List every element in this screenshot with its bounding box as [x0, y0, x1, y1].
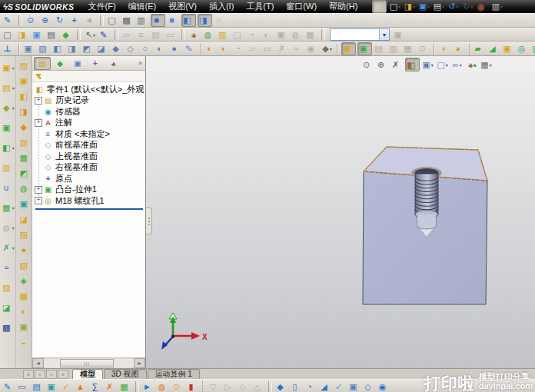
tree-item-right-plane[interactable]: + ◇ 右视基准面 — [32, 162, 145, 174]
expand-icon[interactable]: + — [35, 186, 42, 194]
tabnav-first[interactable]: « — [23, 370, 34, 379]
tree-item-sensors[interactable]: + ◉ 传感器 — [32, 106, 145, 118]
hidden-lines-visible-icon[interactable]: ▩▾ — [121, 15, 135, 26]
toolbar-icon[interactable]: ⊙▾ — [417, 43, 430, 55]
normal-to-icon[interactable]: ✎▾ — [184, 43, 197, 55]
zoom-fit-icon[interactable]: ⊙▾ — [361, 58, 374, 71]
toolbar-icon[interactable]: ▣▾ — [276, 29, 289, 41]
menu-tools[interactable]: 工具(T) — [240, 0, 280, 13]
view-orientation-icon[interactable]: ▣▾ — [421, 58, 434, 71]
feature-icon[interactable]: ◈ — [18, 273, 29, 288]
tree-item-top-plane[interactable]: + ◇ 上视基准面 — [32, 151, 145, 162]
sketch-flyout-icon[interactable]: ▣▾ — [1, 58, 15, 78]
tool-icon[interactable]: ◇▾ — [238, 381, 251, 392]
feature-icon[interactable]: ▣ — [18, 319, 29, 334]
hidden-lines-removed-icon[interactable]: ▥▾ — [136, 15, 149, 26]
curve-icon[interactable]: ∪▾ — [1, 178, 15, 198]
pin-icon[interactable]: ▣▾ — [372, 0, 387, 13]
toolbar-icon[interactable]: ▭▾ — [262, 43, 275, 55]
tab-propertymanager[interactable]: ◆ — [52, 57, 68, 70]
view-front-icon[interactable]: ▣▾ — [23, 43, 36, 55]
tab-3d-views[interactable]: 3D 视图 — [104, 369, 147, 379]
revolve-icon[interactable]: ▣▾ — [1, 118, 15, 138]
tree-item-material[interactable]: + ≡ 材质 <未指定> — [32, 128, 145, 140]
dimension-flyout-icon[interactable]: ▤▾ — [1, 78, 15, 98]
tab-configurationmanager[interactable]: ▣ — [69, 57, 86, 70]
tool-icon[interactable]: ▣▾ — [46, 381, 59, 392]
shaded-with-edges-icon[interactable]: ■▾ — [151, 14, 165, 27]
view-isometric-icon[interactable]: ◆▾ — [111, 43, 124, 55]
panel-splitter-handle[interactable] — [146, 208, 152, 234]
toolbar-icon[interactable]: ✗▾ — [277, 43, 290, 55]
revolved-boss-icon[interactable]: ◢▾ — [487, 43, 500, 55]
chevron-down-icon[interactable]: ▼ — [379, 29, 389, 40]
toolbar-icon[interactable]: ◔▾ — [247, 29, 260, 41]
tree-item-part[interactable]: + ◧ 零件1 (默认<<默认>_外观 显 — [32, 84, 145, 95]
tree-item-history[interactable]: + ▤ 历史记录 — [32, 95, 145, 107]
tab-displaymanager[interactable]: ◕ — [105, 57, 121, 70]
isolate-icon[interactable]: ▣▾ — [341, 42, 356, 55]
tool-icon[interactable]: ▦▾ — [119, 381, 132, 392]
tabs-overflow-icon[interactable]: » — [138, 59, 144, 67]
tab-dimxpertmanager[interactable]: + — [87, 57, 104, 70]
view-sphere-icon[interactable]: ●▾ — [169, 43, 182, 55]
hole-wizard-icon[interactable]: ◎▾ — [517, 43, 530, 55]
equations-icon[interactable]: ∑▾ — [90, 381, 103, 392]
toolbar-icon[interactable]: ≈▾ — [291, 43, 304, 55]
shadows-in-shaded-icon[interactable]: ◧▾ — [181, 14, 196, 27]
scrollbar-track[interactable]: ||| — [44, 359, 134, 367]
configuration-combobox[interactable]: ▼ — [330, 28, 390, 41]
view-back-icon[interactable]: ▧▾ — [38, 43, 51, 55]
feature-icon[interactable]: ▣ — [18, 73, 29, 88]
tab-featuremanager[interactable]: ▤ — [34, 57, 51, 70]
tool-icon[interactable]: ▣▾ — [348, 381, 361, 392]
toolbar-icon[interactable]: ◐▾ — [261, 29, 274, 41]
tree-horizontal-scrollbar[interactable]: ◄ ||| ► — [32, 357, 145, 368]
toolbar-icon[interactable]: ▣▾ — [393, 29, 406, 41]
reference-plane-icon[interactable]: ▩▾ — [1, 317, 15, 337]
rebuild-icon[interactable]: ◉▾ — [476, 1, 489, 12]
feature-icon[interactable]: ◩ — [18, 165, 29, 181]
view-sphere-icon[interactable]: ◐▾ — [155, 43, 168, 55]
publish-edrawings-icon[interactable]: ◆▾ — [61, 29, 74, 41]
menu-file[interactable]: 文件(F) — [82, 0, 122, 13]
tabnav-prev[interactable]: ‹ — [35, 370, 45, 379]
feature-icon[interactable]: ◆ — [18, 119, 29, 135]
tool-icon[interactable]: ▯▾ — [290, 381, 303, 392]
redo-icon[interactable]: ↻▾ — [461, 1, 474, 12]
tool-icon[interactable]: ◆▾ — [275, 381, 288, 392]
tool-icon[interactable]: ✓▾ — [61, 381, 74, 392]
tree-item-front-plane[interactable]: + ◇ 前视基准面 — [32, 140, 145, 151]
zoom-fit-icon[interactable]: ⊙▾ — [25, 15, 38, 26]
tool-icon[interactable]: ▮▾ — [186, 381, 199, 392]
sweep-flyout-icon[interactable]: ◧▾ — [1, 138, 15, 158]
hide-show-items-icon[interactable]: ∞▾ — [450, 58, 464, 71]
extrude-flyout-icon[interactable]: ◆▾ — [1, 98, 15, 118]
mate-icon[interactable]: ◖▾ — [204, 43, 217, 55]
tool-icon[interactable]: ⊙▾ — [171, 381, 184, 392]
edit-appearance-icon[interactable]: ◕▾ — [188, 29, 201, 41]
tool-icon[interactable]: ▭▾ — [17, 381, 30, 392]
toolbar-icon[interactable]: ▱▾ — [248, 43, 261, 55]
menu-help[interactable]: 帮助(H) — [323, 0, 364, 13]
pan-icon[interactable]: +▾ — [69, 15, 82, 26]
tree-item-boss-extrude1[interactable]: + ▣ 凸台-拉伸1 — [32, 184, 145, 196]
spline-icon[interactable]: ≈▾ — [1, 257, 15, 277]
revolved-cut-icon[interactable]: ▥▾ — [531, 43, 535, 55]
save-icon[interactable]: ▣▾ — [32, 29, 45, 41]
reference-triad-icon[interactable]: ⊥▾ — [2, 43, 15, 55]
view-right-icon[interactable]: ◨▾ — [67, 43, 80, 55]
tree-item-annotations[interactable]: + A 注解 — [32, 118, 145, 129]
toolbar-icon[interactable]: ▭▾ — [165, 29, 178, 41]
view-left-icon[interactable]: ◧▾ — [52, 43, 65, 55]
tool-icon[interactable]: ✗▾ — [105, 381, 118, 392]
section-view-icon[interactable]: ◧▾ — [405, 58, 420, 71]
pattern-flyout-icon[interactable]: ◍▾ — [1, 218, 15, 238]
tree-filter-bar[interactable] — [32, 71, 145, 82]
shaded-icon[interactable]: ■▾ — [167, 15, 180, 26]
feature-icon[interactable]: ◨ — [18, 104, 29, 119]
zoom-area-icon[interactable]: ⊕▾ — [40, 15, 53, 26]
toolbar-icon[interactable]: ▥▾ — [388, 43, 401, 55]
tab-motion-study-1[interactable]: 运动算例 1 — [148, 369, 200, 379]
undo-icon[interactable]: ↺▾ — [447, 1, 460, 12]
